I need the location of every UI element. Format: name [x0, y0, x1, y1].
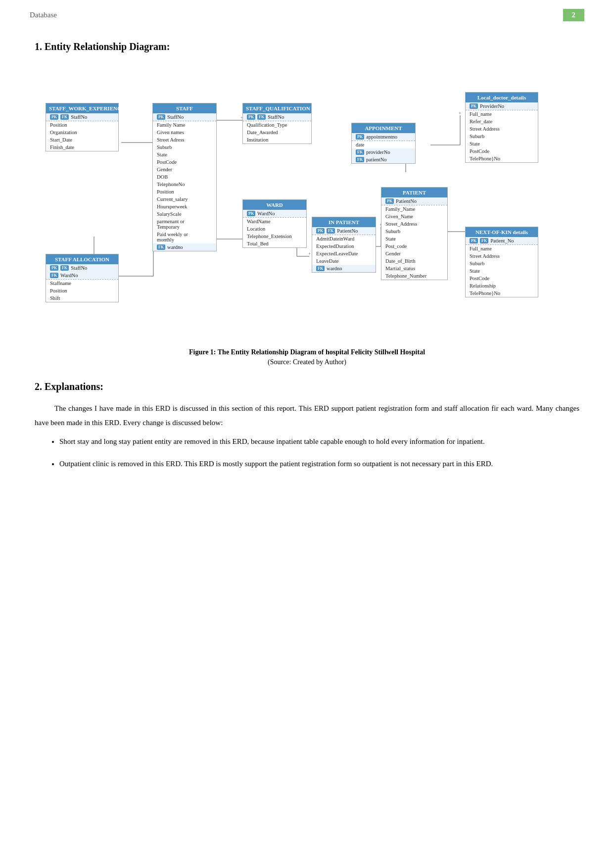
entity-header-appt: APPOINMENT	[352, 123, 415, 133]
bullet-item-1: Short stay and long stay patient entity …	[59, 434, 579, 449]
section1-heading: 1. Entity Relationship Diagram:	[35, 41, 579, 52]
entity-in-patient: IN PATIENT PK FK PatientNo AdmitDateinWa…	[312, 217, 376, 273]
body-paragraph: The changes I have made in this ERD is d…	[35, 401, 579, 430]
field-nok-patientno: PK FK Patient_No	[466, 237, 538, 244]
entity-header-ip: IN PATIENT	[312, 217, 376, 227]
section2-heading: 2. Explanations:	[35, 381, 579, 392]
main-content: 1. Entity Relationship Diagram: + + + + …	[0, 26, 614, 498]
erd-diagram: + + + + + + +	[35, 63, 579, 340]
entity-header-sa: STAFF ALLOCATION	[46, 254, 118, 264]
entity-staff-work-experience: STAFF_WORK_EXPERIENCE PK FK StaffNo Posi…	[46, 103, 119, 151]
svg-text:+: +	[459, 110, 461, 115]
field-swe-staffno: PK FK StaffNo	[46, 113, 118, 121]
entity-header-staff: STAFF	[153, 103, 216, 113]
entity-header-swe: STAFF_WORK_EXPERIENCE	[46, 103, 118, 113]
entity-staff-qualification: STAFF_QUALIFICATION PK FK StaffNo Qualif…	[242, 103, 312, 144]
field-staff-staffno: PK StaffNo	[153, 113, 216, 121]
entity-appointment: APPOINMENT PK appointmentno date FK prov…	[351, 123, 416, 164]
field-ward-wardno: PK WardNo	[243, 210, 306, 217]
field-sa-staffno: PK FK StaffNo	[46, 264, 118, 272]
entity-header-ward: WARD	[243, 200, 306, 210]
entity-local-doctor: Local_doctor_details PK ProviderNo Full_…	[465, 92, 538, 163]
figure-caption: Figure 1: The Entity Relationship Diagra…	[35, 348, 579, 356]
field-ld-providerno: PK ProviderNo	[466, 102, 538, 110]
bullet-list: Short stay and long stay patient entity …	[59, 434, 579, 471]
figure-source: (Source: Created by Author)	[35, 358, 579, 366]
entity-staff-allocation: STAFF ALLOCATION PK FK StaffNo FK WardNo…	[46, 254, 119, 302]
page-header: Database 2	[0, 0, 614, 26]
field-patient-patientno: PK PatientNo	[381, 197, 447, 205]
document-title: Database	[30, 11, 57, 19]
field-ip-patientno: PK FK PatientNo	[312, 227, 376, 235]
entity-staff: STAFF PK StaffNo Family Name Given names…	[152, 103, 217, 251]
bullet-item-2: Outpatient clinic is removed in this ERD…	[59, 457, 579, 471]
entity-ward: WARD PK WardNo WardName Location Telepho…	[242, 199, 307, 248]
entity-header-patient: PATIENT	[381, 188, 447, 197]
svg-text:+: +	[308, 251, 311, 256]
field-appt-apptno: PK appointmentno	[352, 133, 415, 141]
entity-next-of-kin: NEXT-OF-KIN details PK FK Patient_No Ful…	[465, 227, 538, 297]
entity-header-nok: NEXT-OF-KIN details	[466, 227, 538, 237]
entity-header-ld: Local_doctor_details	[466, 93, 538, 102]
entity-patient: PATIENT PK PatientNo Family_Name Given_N…	[381, 187, 448, 280]
field-sq-staffno: PK FK StaffNo	[243, 113, 311, 121]
entity-header-sq: STAFF_QUALIFICATION	[243, 103, 311, 113]
page-number: 2	[563, 9, 585, 21]
